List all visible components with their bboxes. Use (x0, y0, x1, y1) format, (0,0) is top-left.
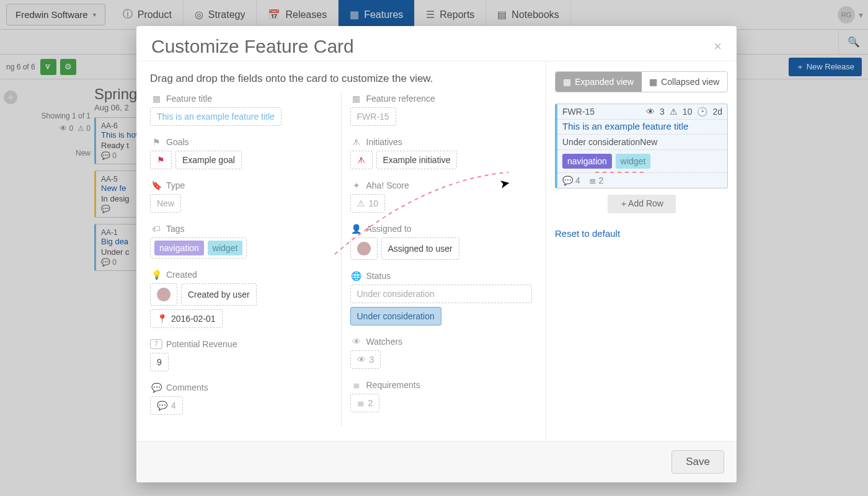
field-label: Goals (166, 137, 189, 147)
save-button[interactable]: Save (671, 450, 724, 474)
clock-icon: 🕑 (697, 107, 707, 117)
alert-icon: ⚠ (357, 198, 365, 208)
field-comments[interactable]: 💬Comments 💬4 (150, 383, 332, 415)
field-label: Initiatives (366, 137, 402, 147)
modal-footer: Save (136, 441, 737, 482)
preview-footer: 💬 4 ≣ 2 (557, 173, 727, 188)
grid-icon: ▦ (649, 77, 657, 87)
field-chip[interactable]: This is an example feature title (150, 107, 281, 126)
avatar-icon (157, 288, 170, 301)
globe-icon: 🌐 (350, 271, 363, 281)
modal-left-panel: Drag and drop the fields onto the card t… (136, 61, 546, 441)
field-label: Requirements (366, 380, 420, 390)
field-requirements[interactable]: ≣Requirements ≣2 (350, 380, 533, 412)
field-feature-reference[interactable]: ▦Feature reference FWR-15 (350, 94, 533, 126)
field-chip[interactable]: 👁3 (350, 350, 381, 369)
field-assigned-to[interactable]: 👤Assigned to Assigned to user (350, 224, 533, 260)
field-icon-chip[interactable]: ⩚ (350, 151, 373, 169)
preview-top-row: FWR-15 👁3 ⚠10 🕑2d (557, 104, 727, 120)
field-chip[interactable]: Created by user (181, 283, 257, 306)
field-chip[interactable]: 9 (150, 353, 169, 371)
field-chip[interactable]: ≣2 (350, 394, 380, 412)
tag-icon: 🏷 (150, 224, 162, 234)
chat-icon: 💬 (157, 401, 167, 410)
grid-icon: ▦ (150, 94, 162, 104)
field-feature-title[interactable]: ▦Feature title This is an example featur… (150, 94, 332, 126)
modal-right-panel: ▦Expanded view ▦Collapsed view FWR-15 👁3… (546, 61, 737, 441)
field-chip[interactable]: Example goal (175, 151, 242, 169)
field-goals[interactable]: ⚑Goals ⚑ Example goal (150, 137, 332, 169)
chat-icon: 💬 (150, 383, 162, 392)
field-label: Aha! Score (366, 180, 409, 190)
reset-link[interactable]: Reset to default (555, 228, 620, 239)
field-label: Status (366, 271, 391, 281)
preview-card: FWR-15 👁3 ⚠10 🕑2d This is an example fea… (555, 104, 728, 188)
plus-icon: ＋ (619, 198, 628, 208)
avatar-icon (357, 242, 371, 255)
preview-tag-navigation: navigation (562, 154, 612, 169)
field-chip[interactable]: Under consideration (350, 285, 533, 303)
flag-icon: ⚑ (157, 155, 165, 165)
preview-title: This is an example feature title (557, 120, 727, 135)
bookmark-icon: 🔖 (150, 180, 162, 190)
expanded-view-button[interactable]: ▦Expanded view (556, 72, 642, 92)
modal-header: Customize Feature Card × (136, 26, 737, 61)
close-icon[interactable]: × (714, 38, 722, 55)
field-column-right: ▦Feature reference FWR-15 ⩚Initiatives ⩚… (350, 94, 533, 426)
view-toggle: ▦Expanded view ▦Collapsed view (555, 71, 728, 92)
field-label: Type (166, 180, 185, 190)
field-chip[interactable]: FWR-15 (350, 107, 396, 126)
aha-icon: ✦ (350, 180, 363, 190)
tree-icon: ⩚ (357, 155, 366, 165)
field-status[interactable]: 🌐Status Under consideration Under consid… (350, 271, 533, 326)
field-label: Tags (166, 224, 185, 234)
tag-widget: widget (208, 241, 242, 255)
field-chip[interactable]: Assigned to user (381, 237, 459, 260)
chat-icon: 💬 (562, 175, 573, 185)
preview-ref: FWR-15 (562, 107, 595, 117)
preview-status-right: New (640, 137, 657, 147)
grid-icon: ▦ (563, 77, 571, 87)
add-row-button[interactable]: ＋Add Row (608, 195, 676, 213)
eye-icon: 👁 (350, 337, 363, 347)
preview-tag-widget: widget (616, 154, 650, 169)
preview-tags-row[interactable]: navigation widget (557, 150, 727, 173)
field-label: Watchers (366, 337, 403, 347)
field-label: Feature title (166, 94, 212, 104)
flag-icon: ⚑ (150, 137, 162, 147)
field-chip-pill[interactable]: Under consideration (350, 307, 441, 326)
preview-status-row: Under consideration New (557, 135, 727, 150)
field-label: Assigned to (366, 224, 412, 234)
field-chip[interactable]: 📍2016-02-01 (150, 309, 223, 328)
vertical-divider (341, 94, 342, 426)
customize-card-modal: Customize Feature Card × Drag and drop t… (136, 26, 737, 482)
field-initiatives[interactable]: ⩚Initiatives ⩚ Example initiative (350, 137, 533, 169)
grid-icon: ▦ (350, 94, 363, 104)
collapsed-view-button[interactable]: ▦Collapsed view (642, 72, 728, 92)
pin-icon: 📍 (157, 314, 167, 324)
list-icon: ≣ (350, 380, 363, 390)
field-created[interactable]: 💡Created Created by user 📍2016-02-01 (150, 270, 332, 328)
field-chip[interactable]: Example initiative (376, 151, 458, 169)
field-icon-chip[interactable] (150, 283, 177, 306)
field-tags[interactable]: 🏷Tags navigation widget (150, 224, 332, 259)
field-chip[interactable]: New (150, 194, 181, 213)
field-label: Comments (166, 383, 208, 392)
tag-navigation: navigation (154, 241, 204, 255)
list-icon: ≣ (589, 175, 596, 185)
field-potential-revenue[interactable]: 7Potential Revenue 9 (150, 339, 332, 371)
field-chip[interactable]: ⚠10 (350, 194, 386, 213)
eye-icon: 👁 (357, 355, 366, 365)
field-icon-chip[interactable]: ⚑ (150, 151, 172, 169)
field-chip[interactable]: 💬4 (150, 396, 183, 415)
list-icon: ≣ (357, 398, 365, 408)
field-watchers[interactable]: 👁Watchers 👁3 (350, 337, 533, 369)
field-label: Potential Revenue (166, 339, 237, 349)
field-type[interactable]: 🔖Type New (150, 180, 332, 213)
bulb-icon: 💡 (150, 270, 162, 280)
field-icon-chip[interactable] (350, 237, 378, 260)
user-icon: 👤 (350, 224, 363, 234)
alert-icon: ⚠ (670, 107, 678, 117)
field-chip[interactable]: navigation widget (150, 237, 247, 259)
seven-icon: 7 (150, 339, 162, 349)
